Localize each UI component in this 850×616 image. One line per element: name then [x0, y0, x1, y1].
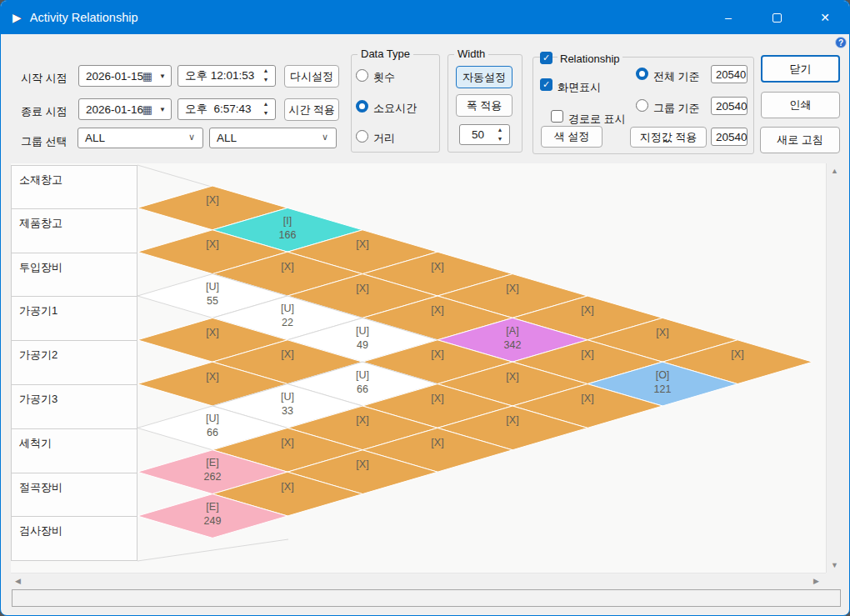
spin-up-icon[interactable]: ▲: [260, 101, 272, 108]
start-date-picker[interactable]: 2026-01-15 ▦ ▼: [78, 65, 172, 87]
diamond-value-label: 342: [504, 339, 522, 351]
apply-width-button[interactable]: 폭 적용: [456, 94, 512, 117]
minimize-icon[interactable]: –: [704, 1, 752, 34]
group-select-1[interactable]: ALL ∨: [78, 128, 203, 148]
color-settings-button[interactable]: 색 설정: [541, 126, 602, 148]
total-basis-value[interactable]: 20540: [711, 65, 748, 83]
date-dropdown-icon[interactable]: ▼: [159, 73, 166, 80]
spin-down-icon[interactable]: ▼: [260, 110, 272, 117]
maximize-icon[interactable]: [752, 1, 801, 34]
spin-up-icon[interactable]: ▲: [260, 68, 272, 74]
diamond-value-label: 55: [207, 295, 218, 307]
radio-duration-label: 소요시간: [373, 101, 417, 116]
activity-row-label[interactable]: 가공기1: [11, 297, 138, 341]
diamond-rating-label: [X]: [581, 348, 593, 360]
date-dropdown-icon[interactable]: ▼: [159, 106, 166, 113]
diamond-rating-label: [X]: [356, 283, 368, 294]
close-icon[interactable]: ✕: [801, 1, 849, 34]
refresh-button[interactable]: 새로 고침: [760, 127, 840, 153]
activity-row-label[interactable]: 가공기3: [11, 385, 138, 429]
radio-duration[interactable]: [356, 100, 368, 113]
spin-down-icon[interactable]: ▼: [494, 136, 506, 143]
start-time-field[interactable]: 오후 12:01:53 ▲▼: [178, 65, 276, 87]
diamond-rating-label: [X]: [206, 327, 218, 338]
auto-width-button[interactable]: 자동설정: [456, 66, 512, 88]
diamond-rating-label: [U]: [356, 369, 369, 381]
end-time-label: 종료 시점: [21, 104, 68, 119]
radio-distance-label: 거리: [373, 131, 395, 146]
display-checkbox-label: 화면표시: [558, 80, 601, 95]
activity-row-label[interactable]: 절곡장비: [11, 473, 138, 518]
help-icon[interactable]: ?: [835, 37, 847, 48]
activity-row-label[interactable]: 제품창고: [11, 209, 138, 253]
diamond-rating-label: [X]: [506, 371, 518, 383]
diamond-rating-label: [X]: [431, 348, 443, 360]
activity-row-list: 소재창고제품창고투입장비가공기1가공기2가공기3세척기절곡장비검사장비: [11, 165, 138, 561]
diamond-rating-label: [X]: [431, 437, 443, 448]
reset-button[interactable]: 다시설정: [284, 65, 339, 88]
window-title: Activity Relationship: [30, 11, 138, 24]
print-button[interactable]: 인쇄: [761, 92, 840, 118]
start-time-label: 시작 시점: [21, 71, 68, 86]
activity-row-label[interactable]: 세척기: [11, 429, 138, 473]
diamond-rating-label: [X]: [281, 348, 293, 360]
close-dialog-button[interactable]: 닫기: [761, 55, 840, 83]
diamond-rating-label: [O]: [656, 369, 670, 381]
chevron-down-icon: ∨: [188, 132, 195, 143]
spin-down-icon[interactable]: ▼: [260, 77, 272, 83]
apply-specified-button[interactable]: 지정값 적용: [630, 127, 707, 148]
specified-value[interactable]: 20540: [711, 128, 748, 146]
path-display-checkbox-label: 경로로 표시: [568, 112, 626, 127]
display-checkbox[interactable]: ✓: [540, 78, 552, 91]
activity-row-label[interactable]: 가공기2: [11, 341, 138, 385]
vertical-scrollbar[interactable]: ▲ ▼: [826, 163, 843, 573]
scroll-left-icon[interactable]: ◀: [15, 577, 21, 585]
end-date-picker[interactable]: 2026-01-16 ▦ ▼: [78, 98, 172, 120]
radio-count[interactable]: [356, 69, 368, 82]
diamond-rating-label: [X]: [281, 481, 293, 493]
width-value-spinner[interactable]: 50 ▲▼: [459, 124, 510, 145]
spin-up-icon[interactable]: ▲: [494, 127, 506, 133]
diamond-value-label: 166: [279, 229, 297, 241]
diamond-rating-label: [X]: [281, 261, 293, 273]
diamond-rating-label: [X]: [206, 238, 218, 250]
diamond-rating-label: [X]: [281, 437, 293, 448]
activity-row-label[interactable]: 검사장비: [11, 517, 138, 561]
scroll-right-icon[interactable]: ▶: [813, 577, 819, 585]
diamond-rating-label: [E]: [206, 501, 218, 513]
total-basis-radio[interactable]: [636, 68, 648, 80]
horizontal-scrollbar[interactable]: ◀ ▶: [11, 573, 826, 589]
diamond-rating-label: [X]: [356, 238, 368, 250]
diamond-rating-label: [U]: [206, 281, 219, 293]
apply-time-button[interactable]: 시간 적용: [284, 98, 339, 121]
diamond-rating-label: [X]: [581, 393, 593, 404]
relationship-checkbox[interactable]: ✓: [540, 52, 552, 64]
activity-row-label[interactable]: 소재창고: [11, 165, 138, 209]
scroll-up-icon[interactable]: ▲: [831, 167, 838, 175]
diamond-value-label: 33: [282, 405, 293, 417]
diamond-value-label: 22: [282, 317, 293, 328]
title-bar: ▶ Activity Relationship – ✕: [1, 1, 849, 34]
total-basis-label: 전체 기준: [653, 69, 700, 84]
radio-distance[interactable]: [356, 130, 368, 143]
calendar-icon: ▦: [142, 103, 152, 116]
diamond-value-label: 49: [357, 339, 368, 351]
data-type-title: Data Type: [358, 48, 413, 60]
group-basis-radio[interactable]: [636, 99, 648, 112]
path-display-checkbox[interactable]: [551, 110, 563, 123]
diamond-rating-label: [X]: [356, 414, 368, 426]
group-select-2[interactable]: ALL ∨: [209, 128, 337, 148]
group-basis-value[interactable]: 20540: [711, 97, 748, 115]
diamond-rating-label: [U]: [281, 391, 294, 403]
diamond-value-label: 66: [207, 427, 218, 438]
diamond-rating-label: [X]: [431, 304, 443, 316]
width-title: Width: [454, 48, 488, 60]
activity-row-label[interactable]: 투입장비: [11, 253, 138, 298]
group-basis-label: 그룹 기준: [653, 101, 700, 116]
activity-relationship-window: ▶ Activity Relationship – ✕ ? 시작 시점 2026…: [0, 0, 850, 616]
end-time-field[interactable]: 오후 6:57:43 ▲▼: [178, 98, 276, 120]
diamond-rating-label: [X]: [206, 194, 218, 206]
diamond-rating-label: [U]: [281, 303, 294, 314]
relationship-chart: [X][I]166[X][X][X][X][X][X][X][X][X][X][…: [138, 163, 826, 573]
scroll-down-icon[interactable]: ▼: [831, 561, 838, 569]
